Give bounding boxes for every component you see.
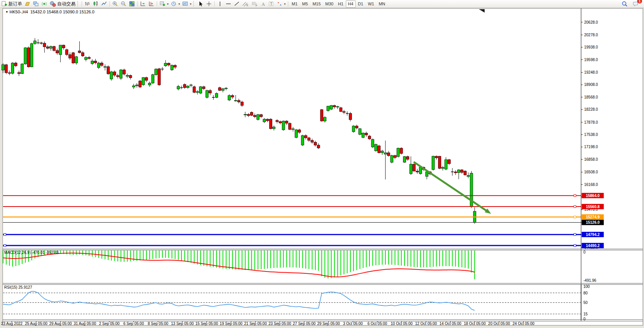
new-order-icon [1, 1, 7, 7]
fibonacci-icon: F [251, 1, 258, 7]
zoom-out-icon [120, 1, 127, 7]
chevron-down-icon: ▾ [178, 2, 180, 6]
signals-button[interactable] [40, 0, 48, 8]
text-button[interactable]: A [259, 0, 267, 8]
svg-text:A: A [262, 2, 265, 7]
text-icon: A [260, 1, 266, 7]
auto-scroll-icon [140, 1, 146, 7]
arrows-button[interactable]: ▾ [275, 0, 287, 8]
timeframe-button-d1[interactable]: D1 [356, 0, 366, 8]
ohlc-values: 15432.0 15468.0 15090.0 15126.0 [30, 10, 94, 14]
svg-text:E: E [247, 4, 249, 6]
toolbar-separator [214, 1, 215, 6]
tile-windows-icon [129, 1, 135, 7]
toolbar-separator [157, 1, 157, 6]
indicators-button[interactable]: ▾ [158, 0, 170, 8]
macd-indicator-label: MACD(12,26,9) -470.01 -352.83 [4, 250, 59, 255]
toolbar-separator [288, 1, 288, 6]
notifications-button[interactable]: 1 [631, 0, 640, 8]
crosshair-button[interactable] [205, 0, 213, 8]
charts-cascade-button[interactable] [32, 0, 40, 8]
cursor-icon [198, 1, 204, 7]
profiles-icon [24, 1, 31, 7]
svg-text:F: F [256, 4, 257, 7]
symbol-dropdown-icon[interactable]: ▼ [5, 10, 8, 14]
toolbar-separator [82, 1, 82, 6]
candlestick-chart-icon [93, 1, 99, 7]
arrows-icon [276, 1, 283, 7]
label-icon: T [268, 1, 274, 7]
timeframe-button-w1[interactable]: W1 [366, 0, 377, 8]
toolbar-separator [137, 1, 138, 6]
timeframe-button-h4[interactable]: H4 [346, 0, 356, 8]
line-chart-icon [101, 1, 107, 7]
timeframe-button-m30[interactable]: M30 [323, 0, 336, 8]
bar-chart-button[interactable] [83, 0, 92, 8]
timeframe-button-mn[interactable]: MN [376, 0, 387, 8]
channel-icon: E [242, 1, 249, 7]
toolbar-separator [109, 1, 110, 6]
line-chart-button[interactable] [100, 0, 108, 8]
profiles-button[interactable] [23, 0, 32, 8]
chart-window-title[interactable]: ▼ HK50-,H4 15432.0 15468.0 15090.0 15126… [5, 10, 95, 14]
chevron-down-icon: ▾ [167, 2, 169, 6]
time-axis[interactable] [3, 321, 581, 326]
timeframe-button-h1[interactable]: H1 [336, 0, 345, 8]
chart-shift-icon [148, 1, 154, 7]
symbol-period-label: HK50-,H4 [10, 10, 28, 14]
auto-trading-icon [50, 1, 56, 7]
new-order-button[interactable]: 新订单 [0, 0, 23, 8]
trendline-icon [234, 1, 240, 7]
new-order-label: 新订单 [8, 1, 22, 7]
zoom-in-icon [112, 1, 118, 7]
vertical-line-icon [217, 1, 223, 7]
add-indicator-icon [159, 1, 165, 7]
bar-chart-icon [84, 1, 90, 7]
horizontal-line-button[interactable] [224, 0, 233, 8]
timeframe-button-m1[interactable]: M1 [289, 0, 300, 8]
trading-terminal: 新订单 自动交易 ▾ ▾ ▾ E F A T ▾ [0, 0, 644, 328]
timeframe-button-m5[interactable]: M5 [300, 0, 310, 8]
price-axis[interactable] [581, 8, 642, 321]
search-icon [622, 1, 628, 7]
crosshair-icon [206, 1, 212, 7]
equidistant-channel-button[interactable]: E [241, 0, 250, 8]
toolbar-grip [77, 1, 80, 6]
fibonacci-button[interactable]: F [250, 0, 259, 8]
chevron-down-icon: ▾ [190, 2, 191, 6]
periods-icon [171, 1, 177, 7]
toolbar: 新订单 自动交易 ▾ ▾ ▾ E F A T ▾ [0, 0, 644, 8]
horizontal-line-icon [225, 1, 231, 7]
trendline-button[interactable] [233, 0, 241, 8]
text-label-button[interactable]: T [267, 0, 275, 8]
timeframe-button-m15[interactable]: M15 [310, 0, 323, 8]
zoom-out-button[interactable] [119, 0, 128, 8]
cursor-button[interactable] [196, 0, 205, 8]
vertical-line-button[interactable] [216, 0, 224, 8]
search-button[interactable] [620, 0, 629, 8]
periods-button[interactable]: ▾ [170, 0, 181, 8]
svg-text:T: T [270, 2, 272, 6]
chart-shift-button[interactable] [147, 0, 156, 8]
auto-scroll-button[interactable] [139, 0, 147, 8]
chart-canvas[interactable]: 23 Aug 202225 Aug 05:0029 Aug 05:0031 Au… [0, 0, 644, 328]
auto-trading-label: 自动交易 [57, 1, 75, 7]
rsi-indicator-label: RSI(15) 25.9127 [4, 285, 32, 289]
signals-icon [41, 1, 47, 7]
zoom-in-button[interactable] [111, 0, 119, 8]
auto-trading-button[interactable]: 自动交易 [48, 0, 77, 8]
templates-button[interactable]: ▾ [181, 0, 193, 8]
toolbar-grip [193, 1, 196, 6]
tile-windows-button[interactable] [128, 0, 136, 8]
chevron-down-icon: ▾ [284, 2, 286, 6]
notification-badge: 1 [637, 0, 642, 3]
charts-cascade-icon [33, 1, 39, 7]
templates-icon [182, 1, 188, 7]
candlestick-chart-button[interactable] [92, 0, 100, 8]
